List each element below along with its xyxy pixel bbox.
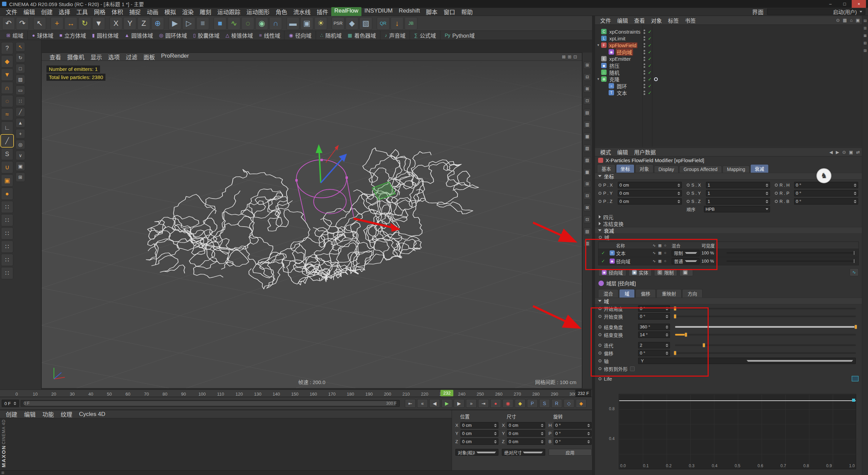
tree-item-xpflowfield[interactable]: ▼ F xpFlowField ✓ — [595, 42, 862, 49]
menu-item[interactable]: 脚本 — [423, 7, 440, 16]
add-limit-button[interactable]: C 限制 — [654, 268, 677, 276]
radial-field-button[interactable]: ◉ 径向域 — [286, 31, 316, 40]
lasso-tool-icon[interactable]: ◌ — [1, 95, 13, 107]
visibility-slider[interactable] — [727, 261, 855, 262]
viewport-dock-icon[interactable]: ⊡ — [584, 216, 591, 223]
tree-item-radial-field[interactable]: ◉ 径向域 ✓ — [595, 49, 862, 55]
anim-dot-icon[interactable] — [598, 377, 601, 380]
menu-item[interactable]: 工具 — [73, 7, 91, 16]
axis-y-lock-icon[interactable]: Y — [123, 17, 136, 30]
viewport-dock-icon[interactable]: ▥ — [584, 121, 591, 128]
attribute-tab[interactable]: Mapping — [723, 166, 750, 173]
material-menu-item[interactable]: Cycles 4D — [76, 411, 108, 418]
enabled-check-icon[interactable]: ✓ — [648, 63, 652, 68]
formula-field-button[interactable]: ∑ 公式域 — [411, 31, 440, 40]
position-field[interactable]: 0 cm — [460, 422, 498, 429]
dock-tab-icon[interactable]: ▥ — [864, 26, 867, 30]
section-falloff[interactable]: 衰减 — [595, 227, 862, 234]
cone-field-button[interactable]: ▲ 圆锥体域 — [121, 31, 156, 40]
solo-mode-button[interactable]: ◆ — [576, 399, 587, 408]
viewport-dock-icon[interactable]: ▥ — [584, 240, 591, 247]
dock-tab-icon[interactable]: ▤ — [864, 19, 867, 22]
s-field[interactable]: 1 — [706, 198, 770, 205]
param-value-field[interactable]: 360 ° — [638, 324, 670, 330]
menu-item[interactable]: 雕刻 — [197, 7, 214, 16]
anim-dot-icon[interactable] — [775, 192, 778, 195]
magnet-cube-icon[interactable]: ▣ — [1, 174, 13, 187]
undo-icon[interactable]: ↶ — [2, 17, 15, 30]
field-row-icons[interactable]: ∿ ▦ ○ — [647, 251, 672, 255]
param-slider[interactable] — [675, 308, 856, 309]
enabled-check-icon[interactable]: ✓ — [648, 77, 652, 82]
visibility-toggles[interactable] — [644, 70, 645, 75]
primitive-cube-icon[interactable]: ■ — [214, 17, 226, 30]
tree-item-torus-spline[interactable]: ○ 圆环 ✓ — [595, 82, 862, 89]
anim-dot-icon[interactable] — [598, 367, 601, 370]
material-menu-item[interactable]: 编辑 — [21, 410, 39, 419]
menu-item[interactable]: 网格 — [91, 7, 108, 16]
anim-dot-icon[interactable] — [598, 192, 601, 195]
record-rotation-button[interactable]: R — [551, 399, 562, 408]
goto-previous-frame-button[interactable]: ◀ — [429, 399, 440, 408]
tree-item-extrude[interactable]: ◆ 挤压 ✓ — [595, 62, 862, 69]
order-dropdown[interactable]: HPB — [704, 206, 770, 212]
viewport-dock-icon[interactable]: ⊠ — [584, 204, 591, 211]
dock-tab-icon[interactable]: ▧ — [864, 41, 867, 45]
viewport-menu-item[interactable]: 过滤 — [123, 53, 140, 61]
om-filter-icon[interactable]: ▦ — [843, 18, 847, 23]
menu-item[interactable]: 体积 — [108, 7, 126, 16]
edge-mode-icon[interactable]: ╱ — [16, 107, 25, 117]
knife-tool-icon[interactable]: ╱ — [1, 135, 13, 147]
workplane-mode-icon[interactable]: ▭ — [16, 86, 25, 95]
goto-end-button[interactable]: ⇥ — [478, 399, 489, 408]
axis-z-lock-icon[interactable]: Z — [137, 17, 150, 30]
field-layer-tab[interactable]: 方向 — [682, 289, 703, 298]
move-tool-icon[interactable]: + — [51, 17, 63, 30]
goto-next-frame-button[interactable]: ▶ — [454, 399, 465, 408]
record-position-button[interactable]: P — [527, 399, 538, 408]
field-layer-tab[interactable]: 重映射 — [656, 289, 682, 298]
rotation-field[interactable]: 0 ° — [554, 438, 592, 445]
twist-icon[interactable]: ▼ — [597, 77, 601, 81]
viewport-menu-item[interactable]: 摄像机 — [64, 53, 87, 61]
spinner[interactable] — [13, 402, 16, 405]
enabled-check-icon[interactable]: ✓ — [648, 70, 652, 75]
anim-dot-icon[interactable] — [598, 359, 601, 362]
palette-grid-icon[interactable]: ∷ — [1, 241, 13, 253]
light-icon[interactable]: ☀ — [314, 17, 327, 30]
visibility-toggles[interactable] — [644, 57, 645, 61]
scale-tool-icon[interactable]: ↔ — [64, 17, 77, 30]
enable-snap-icon[interactable]: ∨ — [16, 151, 25, 160]
spherical-field-button[interactable]: ● 球体域 — [29, 31, 56, 40]
slider-handle[interactable] — [674, 314, 676, 319]
visibility-toggles[interactable] — [644, 36, 645, 41]
model-mode-icon[interactable]: □ — [16, 64, 25, 73]
object-tag-icon[interactable] — [654, 77, 658, 81]
r-field[interactable]: 0 ° — [794, 190, 858, 196]
close-button[interactable]: × — [852, 0, 866, 8]
anim-dot-icon[interactable] — [775, 184, 778, 187]
physical-sky-icon[interactable]: ◆ — [346, 17, 358, 30]
menu-item[interactable]: 角色 — [273, 7, 290, 16]
menu-item[interactable]: 运动跟踪 — [214, 7, 243, 16]
blend-dropdown[interactable]: 普通 — [672, 258, 699, 264]
axis-dropdown[interactable]: Y — [638, 358, 856, 364]
anim-dot-icon[interactable] — [598, 344, 601, 347]
preview-range-slider[interactable]: 0 F 300 F — [21, 400, 400, 407]
s-field[interactable]: 1 — [706, 182, 770, 188]
brush-tool-icon[interactable]: ◆ — [1, 55, 13, 68]
plugin-jb-icon[interactable]: JB — [405, 17, 417, 30]
param-value-field[interactable]: 0 ° — [638, 350, 670, 356]
om-menu-item[interactable]: 书签 — [682, 16, 699, 25]
section-field[interactable]: 域 — [595, 298, 862, 304]
live-selection-icon[interactable]: ↖ — [33, 17, 46, 30]
xpresso-icon[interactable]: QR — [377, 17, 390, 30]
bend-tool-icon[interactable]: ∪ — [1, 161, 13, 173]
size-field[interactable]: 0 cm — [507, 438, 545, 445]
viewport-dock-icon[interactable]: ⊞ — [584, 180, 591, 188]
layout-dropdown[interactable]: 启动(用户) — [767, 8, 865, 15]
render-view-icon[interactable]: ▶ — [169, 17, 181, 30]
stage-icon[interactable]: ▧ — [359, 17, 372, 30]
rotate-tool-icon[interactable]: ↻ — [78, 17, 91, 30]
autokeying-button[interactable]: ◉ — [502, 399, 513, 408]
